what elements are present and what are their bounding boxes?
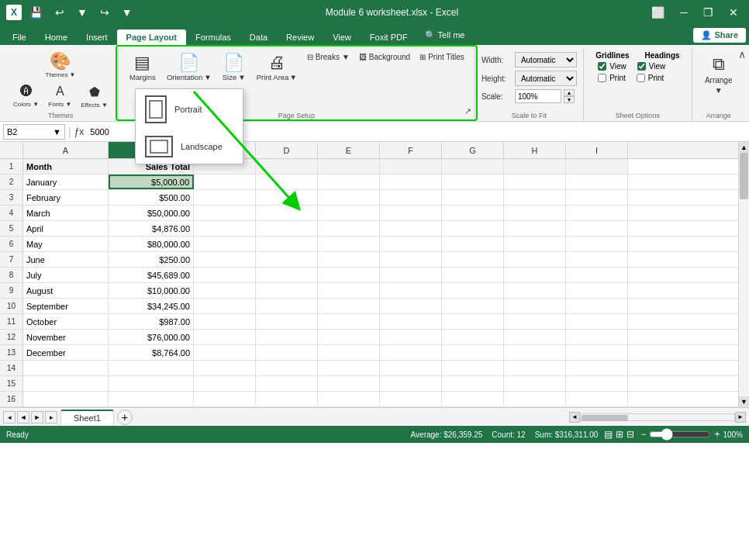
cell-r3-cE[interactable] [318, 190, 380, 205]
cell-r10-cF[interactable] [380, 299, 442, 313]
cell-r8-cG[interactable] [442, 268, 504, 282]
cell-r3-cF[interactable] [380, 190, 442, 205]
row-num-8[interactable]: 8 [0, 268, 23, 282]
cell-r14-cG[interactable] [442, 361, 504, 375]
cell-r9-cI[interactable] [566, 283, 628, 298]
cell-r9-cA[interactable]: August [23, 283, 109, 298]
gridlines-view-checkbox[interactable] [598, 62, 606, 71]
cell-r7-cF[interactable] [380, 252, 442, 267]
hscroll-track[interactable] [580, 413, 735, 421]
cell-r15-cE[interactable] [318, 376, 380, 391]
cell-r3-cG[interactable] [442, 190, 504, 205]
print-titles-button[interactable]: ⊞ Print Titles [416, 51, 468, 63]
tell-me-button[interactable]: 🔍 Tell me [417, 28, 473, 43]
cell-r2-cA[interactable]: January [23, 175, 109, 189]
cell-r13-cA[interactable]: December [23, 345, 109, 360]
tab-insert[interactable]: Insert [77, 29, 117, 45]
tab-data[interactable]: Data [240, 29, 277, 45]
cell-r10-cA[interactable]: September [23, 299, 109, 313]
cell-r6-cB[interactable]: $80,000.00 [109, 237, 194, 251]
cell-r11-cD[interactable] [256, 314, 318, 329]
orientation-button[interactable]: 📄 Orientation ▼ [162, 51, 216, 85]
zoom-out-button[interactable]: − [640, 429, 646, 440]
hscroll-right-button[interactable]: ► [735, 412, 746, 423]
zoom-slider[interactable] [649, 428, 711, 441]
headings-view-checkbox[interactable] [637, 62, 646, 71]
cell-r9-cB[interactable]: $10,000.00 [109, 283, 194, 298]
cell-r10-cG[interactable] [442, 299, 504, 313]
cell-r16-cI[interactable] [566, 392, 628, 406]
row-num-16[interactable]: 16 [0, 392, 23, 406]
print-area-button[interactable]: 🖨 Print Area ▼ [252, 51, 302, 85]
row-num-9[interactable]: 9 [0, 283, 23, 298]
cell-r14-cH[interactable] [504, 361, 566, 375]
cell-r10-cD[interactable] [256, 299, 318, 313]
cell-r1-cF[interactable] [380, 159, 442, 174]
cell-r11-cF[interactable] [380, 314, 442, 329]
arrange-button[interactable]: ⧉ Arrange ▼ [699, 51, 739, 98]
theme-fonts-button[interactable]: A Fonts ▼ [44, 83, 75, 110]
function-insert-button[interactable]: ƒx [74, 126, 85, 137]
cell-r5-cA[interactable]: April [23, 221, 109, 236]
cell-r6-cA[interactable]: May [23, 237, 109, 251]
cell-r12-cE[interactable] [318, 330, 380, 344]
cell-r12-cD[interactable] [256, 330, 318, 344]
cell-r9-cG[interactable] [442, 283, 504, 298]
cell-r5-cF[interactable] [380, 221, 442, 236]
cell-r7-cA[interactable]: June [23, 252, 109, 267]
tab-file[interactable]: File [3, 29, 36, 45]
restore-window-button[interactable]: ⬜ [647, 5, 669, 20]
cell-r14-cI[interactable] [566, 361, 628, 375]
share-button[interactable]: 👤 Share [693, 28, 746, 43]
scroll-down-button[interactable]: ▼ [739, 396, 749, 407]
sheet-tab-sheet1[interactable]: Sheet1 [60, 410, 114, 425]
col-header-g[interactable]: G [442, 142, 504, 158]
cell-r3-cC[interactable] [194, 190, 256, 205]
cell-r2-cH[interactable] [504, 175, 566, 189]
cell-r7-cH[interactable] [504, 252, 566, 267]
headings-view-check[interactable]: View [635, 61, 668, 71]
cell-r12-cG[interactable] [442, 330, 504, 344]
cell-r8-cF[interactable] [380, 268, 442, 282]
row-num-10[interactable]: 10 [0, 299, 23, 313]
cell-r14-cC[interactable] [194, 361, 256, 375]
cell-r10-cC[interactable] [194, 299, 256, 313]
cell-r14-cF[interactable] [380, 361, 442, 375]
cell-r4-cF[interactable] [380, 206, 442, 220]
zoom-in-button[interactable]: + [714, 429, 720, 440]
cell-r4-cA[interactable]: March [23, 206, 109, 220]
cell-r7-cE[interactable] [318, 252, 380, 267]
sheet-next-button[interactable]: ► [31, 411, 43, 423]
cell-r15-cC[interactable] [194, 376, 256, 391]
cell-r5-cG[interactable] [442, 221, 504, 236]
cell-r7-cC[interactable] [194, 252, 256, 267]
cell-r16-cG[interactable] [442, 392, 504, 406]
row-num-13[interactable]: 13 [0, 345, 23, 360]
tab-foxit[interactable]: Foxit PDF [361, 29, 417, 45]
cell-r16-cD[interactable] [256, 392, 318, 406]
scroll-track[interactable] [739, 153, 749, 396]
sheet-prev-button[interactable]: ◂ [3, 411, 16, 423]
cell-r6-cF[interactable] [380, 237, 442, 251]
cell-r12-cC[interactable] [194, 330, 256, 344]
cell-r7-cG[interactable] [442, 252, 504, 267]
page-break-view-button[interactable]: ⊟ [626, 429, 634, 440]
cell-r10-cH[interactable] [504, 299, 566, 313]
cell-r13-cH[interactable] [504, 345, 566, 360]
cell-r5-cE[interactable] [318, 221, 380, 236]
cell-r15-cI[interactable] [566, 376, 628, 391]
cell-r2-cG[interactable] [442, 175, 504, 189]
cell-r16-cB[interactable] [109, 392, 194, 406]
row-num-11[interactable]: 11 [0, 314, 23, 329]
maximize-button[interactable]: ❐ [699, 5, 718, 20]
row-num-4[interactable]: 4 [0, 206, 23, 220]
background-button[interactable]: 🖼 Background [355, 51, 414, 63]
cell-r1-cD[interactable] [256, 159, 318, 174]
cell-r8-cH[interactable] [504, 268, 566, 282]
cell-r12-cF[interactable] [380, 330, 442, 344]
cell-r3-cA[interactable]: February [23, 190, 109, 205]
row-num-5[interactable]: 5 [0, 221, 23, 236]
cell-r3-cB[interactable]: $500.00 [109, 190, 194, 205]
row-num-14[interactable]: 14 [0, 361, 23, 375]
col-header-d[interactable]: D [256, 142, 318, 158]
